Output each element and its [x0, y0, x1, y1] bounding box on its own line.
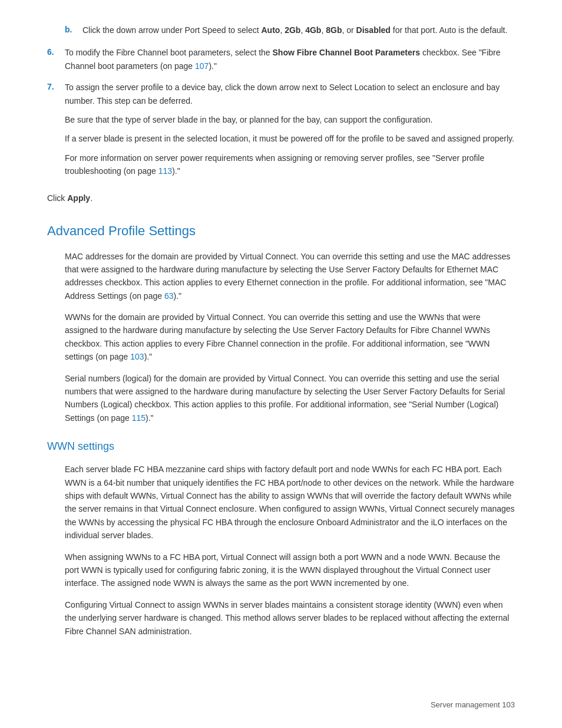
wwn-para3: Configuring Virtual Connect to assign WW… — [65, 598, 515, 638]
step-7-number: 7. — [47, 81, 58, 183]
footer: Server management 103 — [431, 699, 515, 711]
step-7-para3: If a server blade is present in the sele… — [65, 132, 515, 145]
step-6-content: To modify the Fibre Channel boot paramet… — [65, 46, 515, 73]
wwn-settings-link[interactable]: 103 — [130, 352, 144, 361]
advanced-para2: WWNs for the domain are provided by Virt… — [65, 311, 515, 364]
advanced-para3: Serial numbers (logical) for the domain … — [65, 372, 515, 425]
step-6-number: 6. — [47, 46, 58, 73]
wwn-para1: Each server blade FC HBA mezzanine card … — [65, 463, 515, 542]
step-7-para4: For more information on server power req… — [65, 151, 515, 178]
step-6-link[interactable]: 107 — [195, 61, 209, 71]
page: b. Click the down arrow under Port Speed… — [0, 0, 562, 728]
step-b-text: Click the down arrow under Port Speed to… — [82, 24, 507, 37]
step-b: b. Click the down arrow under Port Speed… — [47, 24, 515, 37]
step-7-link[interactable]: 113 — [158, 166, 172, 176]
step-b-bold-8gb: 8Gb — [326, 25, 342, 35]
serial-number-link[interactable]: 115 — [132, 413, 146, 423]
step-b-bold-disabled: Disabled — [356, 25, 391, 35]
wwn-para2: When assigning WWNs to a FC HBA port, Vi… — [65, 551, 515, 590]
mac-address-link[interactable]: 63 — [164, 291, 174, 301]
step-7-para1: To assign the server profile to a device… — [65, 81, 515, 107]
step-7: 7. To assign the server profile to a dev… — [47, 81, 515, 183]
numbered-steps: 6. To modify the Fibre Channel boot para… — [47, 46, 515, 183]
wwn-settings-content: Each server blade FC HBA mezzanine card … — [47, 463, 515, 638]
step-6: 6. To modify the Fibre Channel boot para… — [47, 46, 515, 73]
step-6-bold: Show Fibre Channel Boot Parameters — [273, 48, 421, 57]
step-b-label: b. — [65, 24, 75, 37]
apply-bold: Apply — [67, 193, 90, 203]
step-7-content: To assign the server profile to a device… — [65, 81, 515, 183]
advanced-profile-settings-heading: Advanced Profile Settings — [47, 221, 515, 241]
click-apply: Click Apply. — [47, 192, 515, 205]
step-7-para2: Be sure that the type of server blade in… — [65, 113, 515, 126]
step-b-bold-2gb: 2Gb — [285, 25, 300, 35]
advanced-para1: MAC addresses for the domain are provide… — [65, 250, 515, 303]
wwn-settings-heading: WWN settings — [47, 439, 515, 454]
step-b-bold-4gb: 4Gb — [305, 25, 321, 35]
step-b-bold-auto: Auto — [262, 25, 280, 35]
advanced-profile-settings-content: MAC addresses for the domain are provide… — [47, 250, 515, 425]
